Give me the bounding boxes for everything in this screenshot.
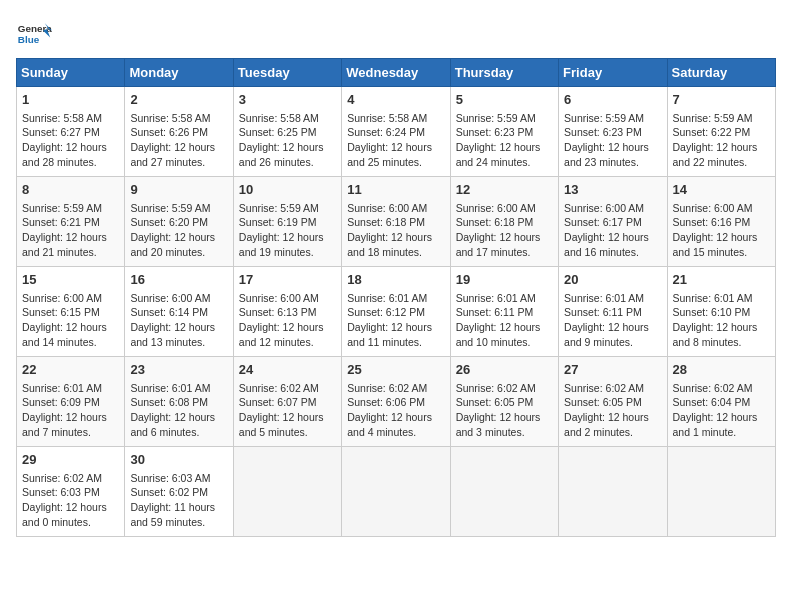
day-info: Sunrise: 5:59 AMSunset: 6:20 PMDaylight:…: [130, 202, 215, 259]
calendar-cell: 27 Sunrise: 6:02 AMSunset: 6:05 PMDaylig…: [559, 357, 667, 447]
day-number: 13: [564, 181, 661, 199]
day-number: 5: [456, 91, 553, 109]
day-number: 21: [673, 271, 770, 289]
calendar-cell: 2 Sunrise: 5:58 AMSunset: 6:26 PMDayligh…: [125, 87, 233, 177]
day-number: 26: [456, 361, 553, 379]
day-number: 4: [347, 91, 444, 109]
day-number: 14: [673, 181, 770, 199]
day-info: Sunrise: 5:58 AMSunset: 6:26 PMDaylight:…: [130, 112, 215, 169]
day-number: 10: [239, 181, 336, 199]
calendar-cell: 7 Sunrise: 5:59 AMSunset: 6:22 PMDayligh…: [667, 87, 775, 177]
calendar-table: SundayMondayTuesdayWednesdayThursdayFrid…: [16, 58, 776, 537]
day-number: 24: [239, 361, 336, 379]
calendar-cell: 5 Sunrise: 5:59 AMSunset: 6:23 PMDayligh…: [450, 87, 558, 177]
day-info: Sunrise: 6:02 AMSunset: 6:03 PMDaylight:…: [22, 472, 107, 529]
day-number: 30: [130, 451, 227, 469]
calendar-cell: 28 Sunrise: 6:02 AMSunset: 6:04 PMDaylig…: [667, 357, 775, 447]
day-number: 27: [564, 361, 661, 379]
calendar-week-3: 15 Sunrise: 6:00 AMSunset: 6:15 PMDaylig…: [17, 267, 776, 357]
calendar-cell: 24 Sunrise: 6:02 AMSunset: 6:07 PMDaylig…: [233, 357, 341, 447]
day-info: Sunrise: 6:00 AMSunset: 6:18 PMDaylight:…: [347, 202, 432, 259]
logo-icon: General Blue: [16, 16, 52, 52]
day-number: 16: [130, 271, 227, 289]
day-info: Sunrise: 5:59 AMSunset: 6:23 PMDaylight:…: [456, 112, 541, 169]
day-info: Sunrise: 6:02 AMSunset: 6:07 PMDaylight:…: [239, 382, 324, 439]
calendar-cell: 11 Sunrise: 6:00 AMSunset: 6:18 PMDaylig…: [342, 177, 450, 267]
day-info: Sunrise: 6:00 AMSunset: 6:13 PMDaylight:…: [239, 292, 324, 349]
day-info: Sunrise: 6:00 AMSunset: 6:15 PMDaylight:…: [22, 292, 107, 349]
calendar-cell: [233, 447, 341, 537]
calendar-cell: 25 Sunrise: 6:02 AMSunset: 6:06 PMDaylig…: [342, 357, 450, 447]
calendar-cell: 13 Sunrise: 6:00 AMSunset: 6:17 PMDaylig…: [559, 177, 667, 267]
day-info: Sunrise: 5:59 AMSunset: 6:21 PMDaylight:…: [22, 202, 107, 259]
day-number: 19: [456, 271, 553, 289]
weekday-header-saturday: Saturday: [667, 59, 775, 87]
day-number: 25: [347, 361, 444, 379]
day-info: Sunrise: 5:58 AMSunset: 6:25 PMDaylight:…: [239, 112, 324, 169]
calendar-cell: 30 Sunrise: 6:03 AMSunset: 6:02 PMDaylig…: [125, 447, 233, 537]
day-info: Sunrise: 6:02 AMSunset: 6:04 PMDaylight:…: [673, 382, 758, 439]
calendar-cell: [342, 447, 450, 537]
day-info: Sunrise: 6:00 AMSunset: 6:18 PMDaylight:…: [456, 202, 541, 259]
day-info: Sunrise: 6:00 AMSunset: 6:14 PMDaylight:…: [130, 292, 215, 349]
calendar-cell: 22 Sunrise: 6:01 AMSunset: 6:09 PMDaylig…: [17, 357, 125, 447]
day-info: Sunrise: 6:01 AMSunset: 6:09 PMDaylight:…: [22, 382, 107, 439]
weekday-header-monday: Monday: [125, 59, 233, 87]
day-info: Sunrise: 6:01 AMSunset: 6:10 PMDaylight:…: [673, 292, 758, 349]
day-info: Sunrise: 5:59 AMSunset: 6:22 PMDaylight:…: [673, 112, 758, 169]
day-info: Sunrise: 5:58 AMSunset: 6:24 PMDaylight:…: [347, 112, 432, 169]
day-number: 8: [22, 181, 119, 199]
weekday-header-sunday: Sunday: [17, 59, 125, 87]
day-number: 11: [347, 181, 444, 199]
day-info: Sunrise: 6:01 AMSunset: 6:11 PMDaylight:…: [456, 292, 541, 349]
day-number: 9: [130, 181, 227, 199]
day-info: Sunrise: 6:02 AMSunset: 6:06 PMDaylight:…: [347, 382, 432, 439]
weekday-header-tuesday: Tuesday: [233, 59, 341, 87]
day-number: 17: [239, 271, 336, 289]
svg-text:Blue: Blue: [18, 34, 40, 45]
calendar-cell: 18 Sunrise: 6:01 AMSunset: 6:12 PMDaylig…: [342, 267, 450, 357]
calendar-cell: 3 Sunrise: 5:58 AMSunset: 6:25 PMDayligh…: [233, 87, 341, 177]
calendar-cell: 8 Sunrise: 5:59 AMSunset: 6:21 PMDayligh…: [17, 177, 125, 267]
calendar-week-2: 8 Sunrise: 5:59 AMSunset: 6:21 PMDayligh…: [17, 177, 776, 267]
day-number: 15: [22, 271, 119, 289]
calendar-cell: [667, 447, 775, 537]
day-info: Sunrise: 6:00 AMSunset: 6:16 PMDaylight:…: [673, 202, 758, 259]
day-info: Sunrise: 6:01 AMSunset: 6:11 PMDaylight:…: [564, 292, 649, 349]
day-info: Sunrise: 6:00 AMSunset: 6:17 PMDaylight:…: [564, 202, 649, 259]
day-number: 23: [130, 361, 227, 379]
calendar-cell: 17 Sunrise: 6:00 AMSunset: 6:13 PMDaylig…: [233, 267, 341, 357]
day-number: 2: [130, 91, 227, 109]
calendar-cell: 29 Sunrise: 6:02 AMSunset: 6:03 PMDaylig…: [17, 447, 125, 537]
calendar-cell: 9 Sunrise: 5:59 AMSunset: 6:20 PMDayligh…: [125, 177, 233, 267]
calendar-cell: 16 Sunrise: 6:00 AMSunset: 6:14 PMDaylig…: [125, 267, 233, 357]
calendar-week-1: 1 Sunrise: 5:58 AMSunset: 6:27 PMDayligh…: [17, 87, 776, 177]
weekday-header-thursday: Thursday: [450, 59, 558, 87]
calendar-cell: [450, 447, 558, 537]
weekday-header-friday: Friday: [559, 59, 667, 87]
day-number: 22: [22, 361, 119, 379]
calendar-cell: 10 Sunrise: 5:59 AMSunset: 6:19 PMDaylig…: [233, 177, 341, 267]
logo: General Blue: [16, 16, 52, 52]
calendar-cell: 19 Sunrise: 6:01 AMSunset: 6:11 PMDaylig…: [450, 267, 558, 357]
calendar-cell: 20 Sunrise: 6:01 AMSunset: 6:11 PMDaylig…: [559, 267, 667, 357]
day-number: 6: [564, 91, 661, 109]
calendar-cell: 6 Sunrise: 5:59 AMSunset: 6:23 PMDayligh…: [559, 87, 667, 177]
day-info: Sunrise: 6:03 AMSunset: 6:02 PMDaylight:…: [130, 472, 215, 529]
day-number: 28: [673, 361, 770, 379]
day-number: 18: [347, 271, 444, 289]
day-info: Sunrise: 6:02 AMSunset: 6:05 PMDaylight:…: [456, 382, 541, 439]
calendar-cell: 4 Sunrise: 5:58 AMSunset: 6:24 PMDayligh…: [342, 87, 450, 177]
day-number: 3: [239, 91, 336, 109]
day-number: 1: [22, 91, 119, 109]
calendar-cell: 23 Sunrise: 6:01 AMSunset: 6:08 PMDaylig…: [125, 357, 233, 447]
day-info: Sunrise: 6:01 AMSunset: 6:08 PMDaylight:…: [130, 382, 215, 439]
weekday-header-wednesday: Wednesday: [342, 59, 450, 87]
day-info: Sunrise: 5:58 AMSunset: 6:27 PMDaylight:…: [22, 112, 107, 169]
day-info: Sunrise: 6:02 AMSunset: 6:05 PMDaylight:…: [564, 382, 649, 439]
day-info: Sunrise: 5:59 AMSunset: 6:23 PMDaylight:…: [564, 112, 649, 169]
calendar-cell: 21 Sunrise: 6:01 AMSunset: 6:10 PMDaylig…: [667, 267, 775, 357]
day-number: 12: [456, 181, 553, 199]
day-info: Sunrise: 5:59 AMSunset: 6:19 PMDaylight:…: [239, 202, 324, 259]
day-number: 29: [22, 451, 119, 469]
